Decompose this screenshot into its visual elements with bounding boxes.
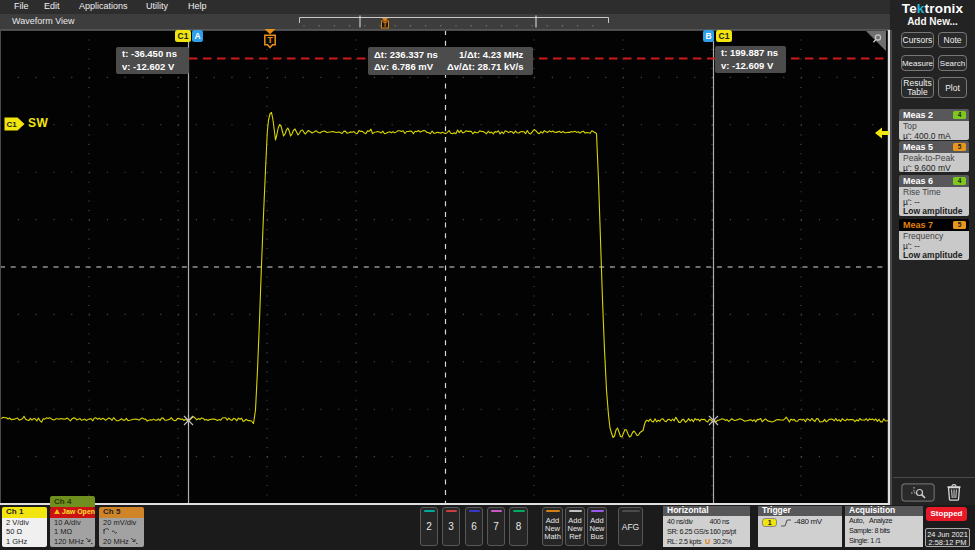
svg-text:C1: C1 xyxy=(6,120,17,129)
svg-text:T: T xyxy=(383,21,387,28)
svg-text:T: T xyxy=(267,35,273,45)
